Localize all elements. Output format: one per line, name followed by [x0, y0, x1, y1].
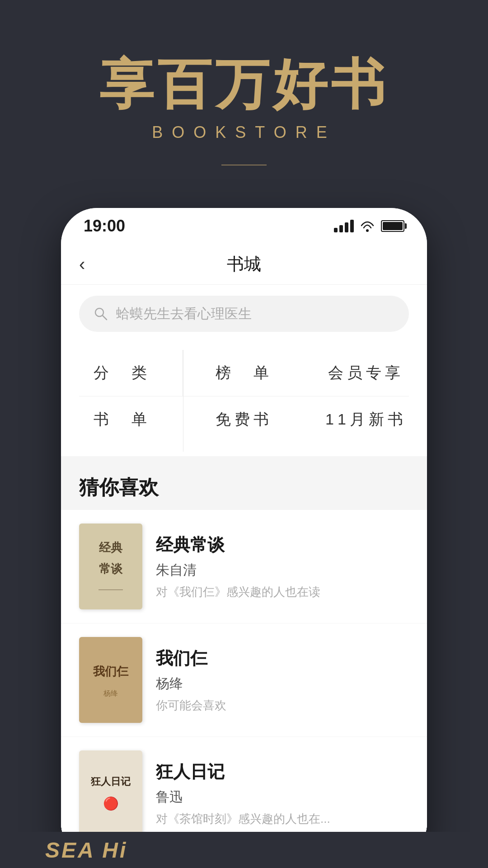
search-placeholder: 蛤蟆先生去看心理医生: [116, 305, 252, 323]
hero-divider: [221, 165, 267, 165]
book-cover-1: 经典常谈 ———: [79, 524, 142, 609]
status-bar: 19:00: [61, 208, 427, 244]
search-icon: [93, 306, 109, 322]
book-desc-1: 对《我们仨》感兴趣的人也在读: [156, 584, 409, 600]
category-item-vip[interactable]: 会员专享: [305, 350, 427, 396]
wifi-icon: [359, 220, 375, 232]
hero-subtitle: BOOKSTORE: [0, 123, 488, 142]
book-list: 经典常谈 ——— 经典常谈 朱自清 对《我们仨》感兴趣的人也在读 我们仨: [61, 510, 427, 850]
nav-title: 书城: [227, 253, 261, 276]
category-grid: 分 类 榜 单 会员专享 书 单 免费书 11月新书: [61, 345, 427, 456]
phone-frame: 19:00 ‹: [61, 208, 427, 859]
phone-inner: ‹ 书城 蛤蟆先生去看心理医生: [61, 244, 427, 456]
book-author-2: 杨绛: [156, 675, 409, 693]
svg-point-0: [366, 229, 369, 232]
recommendations-section: 猜你喜欢 经典常谈 ——— 经典常谈 朱自清 对《我们仨》感兴趣的人也在读: [61, 456, 427, 850]
book-desc-2: 你可能会喜欢: [156, 698, 409, 713]
sea-hi-label: SEA Hi: [45, 838, 127, 863]
book-title-3: 狂人日记: [156, 760, 409, 783]
phone-mockup: 19:00 ‹: [61, 208, 427, 859]
book-title-1: 经典常谈: [156, 533, 409, 557]
book-author-1: 朱自清: [156, 561, 409, 580]
search-container: 蛤蟆先生去看心理医生: [61, 285, 427, 345]
category-item-free[interactable]: 免费书: [183, 396, 305, 443]
battery-icon: [381, 220, 404, 232]
status-time: 19:00: [84, 217, 125, 236]
back-button[interactable]: ‹: [79, 254, 85, 274]
signal-icon: [334, 220, 354, 232]
search-bar[interactable]: 蛤蟆先生去看心理医生: [79, 296, 409, 332]
book-item[interactable]: 经典常谈 ——— 经典常谈 朱自清 对《我们仨》感兴趣的人也在读: [61, 510, 427, 623]
hero-title: 享百万好书: [0, 54, 488, 114]
book-item[interactable]: 我们仨 杨绛 我们仨 杨绛 你可能会喜欢: [61, 623, 427, 737]
book-info-2: 我们仨 杨绛 你可能会喜欢: [156, 647, 409, 713]
battery-fill: [383, 222, 403, 230]
hero-section: 享百万好书 BOOKSTORE: [0, 0, 488, 165]
category-item-newbooks[interactable]: 11月新书: [305, 396, 427, 443]
book-desc-3: 对《茶馆时刻》感兴趣的人也在...: [156, 811, 409, 827]
svg-line-2: [103, 316, 107, 320]
bottom-area: SEA Hi: [0, 832, 488, 868]
book-author-3: 鲁迅: [156, 788, 409, 807]
status-icons: [334, 220, 404, 232]
book-cover-2: 我们仨 杨绛: [79, 637, 142, 723]
recommendations-title: 猜你喜欢: [61, 456, 427, 510]
book-info-1: 经典常谈 朱自清 对《我们仨》感兴趣的人也在读: [156, 533, 409, 600]
book-cover-3: 狂人日记 🔴: [79, 750, 142, 836]
phone-content: ‹ 书城 蛤蟆先生去看心理医生: [61, 244, 427, 859]
category-item-rankings[interactable]: 榜 单: [183, 350, 305, 396]
category-item-booklist[interactable]: 书 单: [61, 396, 183, 443]
category-item-classification[interactable]: 分 类: [61, 350, 183, 396]
nav-bar: ‹ 书城: [61, 244, 427, 285]
book-title-2: 我们仨: [156, 647, 409, 670]
book-info-3: 狂人日记 鲁迅 对《茶馆时刻》感兴趣的人也在...: [156, 760, 409, 827]
